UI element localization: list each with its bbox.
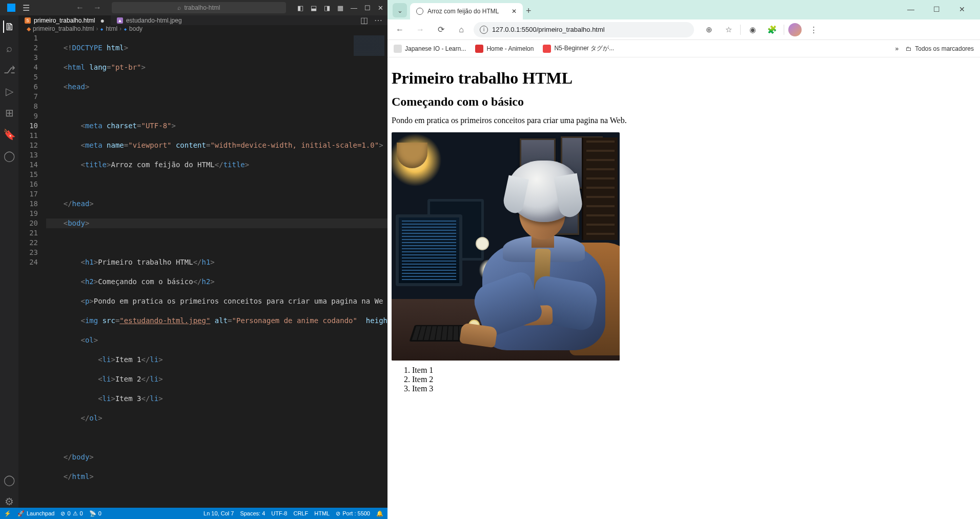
forward-button[interactable]: → [412,22,428,38]
folder-icon: 🗀 [906,45,912,52]
browser-tab-strip: ⌄ Arroz com feijão do HTML ✕ + — ☐ ✕ [387,0,980,19]
code-h1-text: Primeiro trabalho HTML [98,258,193,266]
status-bell-icon[interactable]: 🔔 [376,510,383,517]
activity-bar: 🗎 ⌕ ⎇ ▷ ⊞ 🔖 ◯ ◯ ⚙ [0,15,18,508]
status-bar: ⚡ 🚀 Launchpad ⊘ 0 ⚠ 0 📡 0 Ln 10, Col 7 S… [0,508,387,519]
favicon-icon [394,45,402,53]
tab-label: primeiro_trabalho.html [34,17,95,24]
search-icon: ⌕ [177,4,181,11]
browser-tab-title: Arroz com feijão do HTML [427,8,499,15]
layout-bottom-icon[interactable]: ⬓ [311,4,317,12]
explorer-icon[interactable]: 🗎 [3,21,15,33]
home-button[interactable]: ⌂ [453,22,469,38]
breadcrumb-html: html [106,25,117,32]
run-debug-icon[interactable]: ▷ [3,85,15,97]
extension-icon[interactable]: ◉ [745,22,760,37]
window-close-icon[interactable]: ✕ [378,4,383,12]
tab-estudando-jpeg[interactable]: ▲ estudando-html.jpeg [111,15,188,25]
extensions-icon[interactable]: ⊞ [3,107,15,119]
bookmark-animelon[interactable]: Home - Animelon [475,45,534,53]
minimize-icon[interactable]: — [900,2,922,16]
status-eol[interactable]: CRLF [293,510,308,516]
nav-fwd-icon[interactable]: → [93,3,101,12]
profile-avatar[interactable] [788,23,802,36]
account-icon[interactable]: ◯ [3,474,15,486]
back-button[interactable]: ← [392,22,408,38]
code-editor[interactable]: 123456789101112131415161718192021222324 … [18,32,387,508]
status-problems[interactable]: ⊘ 0 ⚠ 0 [60,510,83,517]
command-center[interactable]: ⌕ trabalho-html [112,2,286,13]
reload-button[interactable]: ⟳ [433,22,449,38]
status-lang[interactable]: HTML [314,510,330,516]
url-field[interactable]: i 127.0.0.1:5500/primeiro_trabalho.html [474,22,694,37]
breadcrumb-file: primeiro_trabalho.html [33,25,94,32]
kebab-menu-icon[interactable]: ⋮ [806,22,821,37]
code-li2: Item 2 [115,375,141,383]
tab-label: estudando-html.jpeg [126,17,182,24]
tab-primeiro-trabalho[interactable]: 5 primeiro_trabalho.html ● [18,15,111,25]
source-control-icon[interactable]: ⎇ [3,64,15,76]
page-h1: Primeiro trabalho HTML [392,69,976,88]
site-info-icon[interactable]: i [480,26,488,34]
browser-tab-active[interactable]: Arroz com feijão do HTML ✕ [410,3,523,19]
nav-back-icon[interactable]: ← [76,3,84,12]
status-ln-col[interactable]: Ln 10, Col 7 [203,510,234,516]
page-image [392,132,620,361]
chevron-right-icon: › [119,25,121,32]
bookmark-icon[interactable]: 🔖 [3,128,15,141]
vscode-title-bar: ☰ ← → ⌕ trabalho-html ◧ ⬓ ◨ ▦ — ☐ ✕ [0,0,387,15]
chevron-right-icon: › [96,25,98,32]
code-content[interactable]: <!DOCTYPE html> <html lang="pt-br"> <hea… [46,32,387,508]
bookmarks-bar: Japanese IO - Learn... Home - Animelon N… [387,40,980,57]
gitlens-icon[interactable]: ◯ [3,150,15,162]
tab-search-button[interactable]: ⌄ [393,3,407,17]
globe-icon [416,8,423,15]
vscode-window: ☰ ← → ⌕ trabalho-html ◧ ⬓ ◨ ▦ — ☐ ✕ 🗎 ⌕ … [0,0,387,519]
list-item: Item 2 [412,375,976,384]
line-gutter: 123456789101112131415161718192021222324 [18,32,46,508]
bookmark-star-icon[interactable]: ☆ [721,22,736,37]
html-file-icon: ◆ [27,26,31,32]
window-minimize-icon[interactable]: — [351,4,357,12]
list-item: Item 3 [412,384,976,393]
status-ports[interactable]: 📡 0 [89,510,101,517]
new-tab-button[interactable]: + [526,6,532,16]
app-menu-button[interactable]: ☰ [23,3,30,13]
tab-dirty-icon[interactable]: ● [100,16,104,25]
bookmark-n5[interactable]: N5-Beginner タグが... [543,44,614,53]
code-li1: Item 1 [115,355,141,364]
close-icon[interactable]: ✕ [951,2,973,16]
status-spaces[interactable]: Spaces: 4 [240,510,265,516]
status-encoding[interactable]: UTF-8 [271,510,287,516]
address-bar: ← → ⟳ ⌂ i 127.0.0.1:5500/primeiro_trabal… [387,19,980,40]
extensions-puzzle-icon[interactable]: 🧩 [764,22,780,37]
nav-arrows: ← → [76,3,101,12]
editor-tabs: 5 primeiro_trabalho.html ● ▲ estudando-h… [18,15,387,25]
element-icon: ⬥ [100,25,104,32]
layout-left-icon[interactable]: ◧ [297,4,303,12]
window-maximize-icon[interactable]: ☐ [364,4,371,12]
browser-window: ⌄ Arroz com feijão do HTML ✕ + — ☐ ✕ ← →… [387,0,980,519]
breadcrumbs[interactable]: ◆ primeiro_trabalho.html › ⬥ html › ⬥ bo… [18,25,387,32]
favicon-icon [543,45,551,53]
all-bookmarks[interactable]: 🗀Todos os marcadores [906,45,974,52]
minimap[interactable] [346,32,387,508]
status-launchpad[interactable]: 🚀 Launchpad [17,510,54,517]
command-center-text: trabalho-html [184,4,220,11]
zoom-icon[interactable]: ⊕ [701,22,717,37]
maximize-icon[interactable]: ☐ [926,2,947,16]
layout-right-icon[interactable]: ◨ [324,4,330,12]
tab-close-icon[interactable]: ✕ [512,8,517,15]
remote-indicator[interactable]: ⚡ [4,510,11,517]
url-text: 127.0.0.1:5500/primeiro_trabalho.html [492,26,605,33]
bookmarks-overflow-icon[interactable]: » [895,45,899,52]
layout-grid-icon[interactable]: ▦ [337,4,343,12]
settings-gear-icon[interactable]: ⚙ [3,495,15,508]
search-icon[interactable]: ⌕ [3,42,15,54]
page-paragraph: Pondo em pratica os primeiros conceitos … [392,116,976,125]
split-editor-icon[interactable]: ◫ [360,15,368,25]
more-actions-icon[interactable]: ⋯ [374,15,382,25]
status-liveserver[interactable]: ⊘ Port : 5500 [336,510,370,517]
browser-window-controls: — ☐ ✕ [897,2,976,19]
bookmark-japanese-io[interactable]: Japanese IO - Learn... [394,45,466,53]
